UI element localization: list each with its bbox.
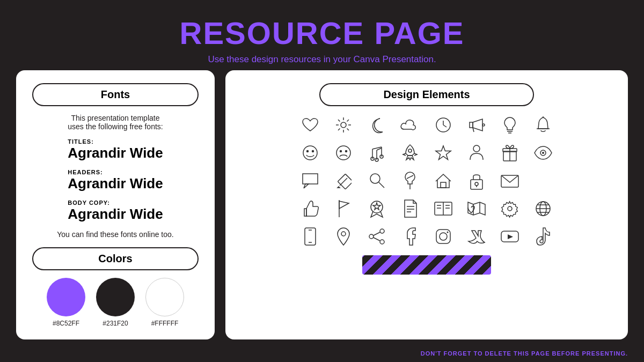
svg-point-82 [440,233,447,240]
icon-tiktok [528,223,559,250]
icon-eye [528,139,559,166]
icon-megaphone [461,112,492,138]
icon-settings [494,195,525,222]
svg-marker-63 [468,202,485,215]
svg-rect-46 [441,182,446,188]
footer-text: DON'T FORGET TO DELETE THIS PAGE BEFORE … [421,350,628,357]
icon-star [428,139,459,166]
svg-point-23 [346,151,347,152]
fonts-description: This presentation template uses the foll… [68,114,163,131]
page-header: RESOURCE PAGE Use these design resources… [180,0,465,70]
font-label-titles: TITLES: [68,138,163,145]
icon-row-2 [295,139,559,166]
icon-rocket [394,139,426,166]
design-elements-header: Design Elements [319,83,534,106]
icon-document [394,195,426,222]
svg-line-27 [377,148,382,150]
svg-point-32 [408,149,412,152]
svg-point-18 [303,146,317,160]
main-content: Fonts This presentation template uses th… [16,70,628,345]
icon-placeholder [528,167,559,194]
font-entry-headers: HEADERS: Agrandir Wide [68,169,163,192]
svg-point-39 [542,152,544,154]
icon-lock [461,167,492,194]
svg-line-8 [338,129,340,131]
svg-line-7 [347,120,349,122]
svg-line-6 [347,129,349,131]
svg-point-19 [307,151,309,152]
icon-thumbsup [295,195,326,222]
color-item-purple: #8C52FF [47,278,85,327]
icon-row-5 [295,223,559,250]
font-entry-titles: TITLES: Agrandir Wide [68,138,163,161]
svg-point-13 [482,124,485,126]
icon-bulb [494,112,525,138]
page-title: RESOURCE PAGE [180,15,465,51]
find-fonts-text: You can find these fonts online too. [57,230,173,239]
font-entry-body: BODY COPY: Agrandir Wide [68,200,163,223]
swatch-dark [96,278,135,316]
svg-line-5 [338,120,340,122]
font-name-body: Agrandir Wide [68,206,163,223]
font-label-body: BODY COPY: [68,200,163,206]
fonts-desc-line1: This presentation template [68,114,163,122]
svg-point-75 [341,232,346,236]
svg-point-20 [312,151,314,152]
icon-mail [494,167,525,194]
svg-line-79 [374,232,380,235]
icon-facebook [394,223,426,250]
svg-marker-33 [436,146,451,160]
footer: DON'T FORGET TO DELETE THIS PAGE BEFORE … [0,345,644,362]
swatch-label-white: #FFFFFF [151,320,179,327]
swatch-label-purple: #8C52FF [53,320,79,327]
right-panel: Design Elements [225,70,628,339]
svg-rect-81 [436,230,450,243]
icon-location [328,223,359,250]
icon-instagram [428,223,459,250]
svg-point-76 [380,229,384,233]
icon-gift [494,139,525,166]
icon-smiley [295,139,326,166]
icon-search [361,167,392,194]
icon-pin [394,167,426,194]
icon-phone [295,223,326,250]
font-name-titles: Agrandir Wide [68,145,163,161]
icon-row-3 [295,167,559,194]
svg-point-48 [475,182,478,186]
icon-map [461,195,492,222]
icons-grid [241,112,612,250]
svg-point-66 [508,206,512,211]
svg-rect-40 [338,174,352,189]
svg-point-42 [370,174,380,183]
icon-home [428,167,459,194]
svg-rect-47 [471,180,482,189]
stripe-decoration [362,255,491,275]
svg-point-22 [340,151,342,152]
svg-point-77 [369,234,374,239]
icon-person [461,139,492,166]
icon-youtube [494,223,525,250]
svg-marker-85 [508,234,513,239]
svg-point-21 [336,146,350,160]
icon-twitter [461,223,492,250]
swatch-purple [47,278,85,316]
svg-line-41 [340,178,347,186]
icon-row-1 [295,112,559,138]
icon-share [361,223,392,250]
icon-clock [428,112,459,138]
svg-marker-53 [373,203,380,210]
fonts-desc-line2: uses the following free fonts: [68,122,163,131]
colors-header: Colors [32,247,199,270]
svg-point-34 [473,145,480,152]
icon-chat [295,167,326,194]
icon-globe [528,195,559,222]
icon-moon [361,112,392,138]
svg-point-78 [380,240,384,244]
svg-line-11 [443,125,447,127]
icon-heart [295,112,326,138]
fonts-header: Fonts [32,83,199,106]
icon-row-4 [295,195,559,222]
svg-line-45 [407,175,413,179]
icon-music [361,139,392,166]
svg-point-83 [447,232,449,233]
